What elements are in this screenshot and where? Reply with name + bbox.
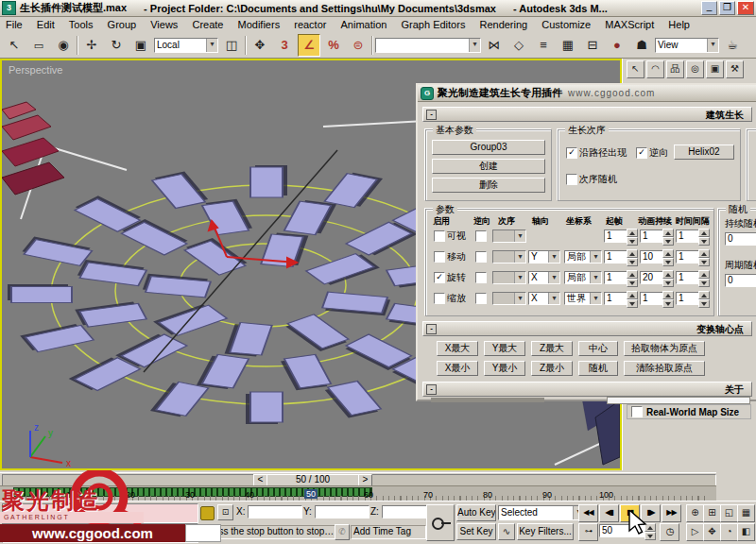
rotate-reverse-checkbox[interactable] <box>475 272 487 283</box>
move-start-spinner[interactable] <box>627 249 636 266</box>
scale-enable-checkbox[interactable] <box>434 293 445 304</box>
y-coord-field[interactable] <box>315 505 369 518</box>
move-coord-dropdown[interactable]: 局部 <box>564 250 602 264</box>
menu-create[interactable]: Create <box>186 17 229 32</box>
menu-group[interactable]: Group <box>102 17 143 32</box>
select-and-scale-icon[interactable]: ▣ <box>129 34 152 57</box>
rollout-pivot-header[interactable]: - 变换轴心点 <box>422 321 752 336</box>
select-and-move-icon[interactable]: ✢ <box>80 34 103 57</box>
scale-interval-field[interactable]: 1 <box>676 292 700 305</box>
rotate-order-dropdown[interactable] <box>492 271 526 284</box>
pivot-ymin-button[interactable]: Y最小 <box>484 361 525 376</box>
minimize-button[interactable]: _ <box>701 1 717 15</box>
scale-reverse-checkbox[interactable] <box>475 293 487 304</box>
visible-order-dropdown[interactable] <box>492 230 526 243</box>
menu-tools[interactable]: Tools <box>63 17 99 32</box>
zoom-extents-all-icon[interactable]: ▦ <box>737 504 755 522</box>
scale-start-field[interactable]: 1 <box>604 292 628 305</box>
period-random-field[interactable]: 0 <box>725 274 756 287</box>
viewport-label[interactable]: Perspective <box>9 64 62 76</box>
use-pivot-center-icon[interactable]: ◫ <box>220 34 243 57</box>
selection-set-dropdown[interactable]: Selected <box>498 505 585 520</box>
scale-axis-dropdown[interactable]: X <box>528 292 560 305</box>
pivot-clear-origin-button[interactable]: 清除拾取原点 <box>624 361 705 376</box>
move-axis-dropdown[interactable]: Y <box>528 250 560 264</box>
menu-maxscript[interactable]: MAXScript <box>599 17 660 32</box>
tab-utilities-icon[interactable]: ⚒ <box>726 60 744 78</box>
scale-order-dropdown[interactable] <box>492 292 526 305</box>
menu-views[interactable]: Views <box>145 17 183 32</box>
go-to-start-button[interactable]: ◀◀ <box>578 504 598 522</box>
pivot-zmax-button[interactable]: Z最大 <box>531 341 573 356</box>
tab-create-icon[interactable]: ↖ <box>627 60 644 78</box>
schematic-view-icon[interactable]: ⊟ <box>581 34 604 57</box>
rotate-interval-field[interactable]: 1 <box>676 271 700 284</box>
pivot-random-button[interactable]: 随机 <box>578 361 618 376</box>
material-editor-icon[interactable]: ● <box>606 34 628 57</box>
rollout-collapse-icon[interactable]: - <box>426 110 437 120</box>
z-coord-field[interactable] <box>382 505 429 518</box>
visible-duration-field[interactable]: 1 <box>640 230 664 243</box>
mirror-icon[interactable]: ⋈ <box>483 34 506 57</box>
visible-interval-spinner[interactable] <box>698 229 708 246</box>
real-world-map-size-checkbox[interactable] <box>631 406 643 417</box>
pivot-xmin-button[interactable]: X最小 <box>437 361 478 376</box>
render-setup-icon[interactable]: ☗ <box>630 34 653 57</box>
visible-duration-spinner[interactable] <box>662 229 672 246</box>
go-to-end-button[interactable]: ▶▶ <box>662 504 681 522</box>
rotate-interval-spinner[interactable] <box>698 270 708 287</box>
delete-button[interactable]: 删除 <box>432 178 545 193</box>
move-enable-checkbox[interactable] <box>434 251 445 263</box>
rotate-duration-spinner[interactable] <box>662 270 672 287</box>
rectangular-selection-region-icon[interactable]: ▭ <box>27 34 50 57</box>
pivot-xmax-button[interactable]: X最大 <box>437 341 478 356</box>
move-interval-field[interactable]: 1 <box>676 250 700 264</box>
menu-modifiers[interactable]: Modifiers <box>232 17 286 32</box>
auto-key-button[interactable]: Auto Key <box>456 504 496 521</box>
visible-reverse-checkbox[interactable] <box>475 230 487 242</box>
maxscript-mini-listener-white[interactable] <box>2 523 198 543</box>
random-order-checkbox[interactable] <box>566 174 577 185</box>
curve-editor-icon[interactable]: ▦ <box>557 34 579 57</box>
min-max-toggle-icon[interactable]: ◧ <box>737 523 755 541</box>
pivot-center-button[interactable]: 中心 <box>578 341 618 356</box>
rollout-pivot-collapse-icon[interactable]: - <box>426 324 437 334</box>
rollout-about-collapse-icon[interactable]: - <box>426 384 437 395</box>
menu-file[interactable]: File <box>0 17 28 32</box>
move-interval-spinner[interactable] <box>698 249 708 266</box>
quick-render-teapot-icon[interactable]: ☕ <box>721 34 744 57</box>
align-icon[interactable]: ◇ <box>507 34 530 57</box>
key-mode-toggle-icon[interactable]: ⊶ <box>578 523 598 541</box>
communicator-icon[interactable]: ✆ <box>335 524 350 540</box>
move-order-dropdown[interactable] <box>492 250 526 264</box>
menu-animation[interactable]: Animation <box>335 17 393 32</box>
maximize-button[interactable]: ❐ <box>719 1 735 15</box>
rotate-axis-dropdown[interactable]: X <box>528 271 560 284</box>
menu-customize[interactable]: Customize <box>536 17 596 32</box>
visible-start-field[interactable]: 1 <box>604 230 628 243</box>
pivot-zmin-button[interactable]: Z最小 <box>531 361 573 376</box>
add-time-tag[interactable]: Add Time Tag <box>351 525 426 539</box>
select-and-rotate-icon[interactable]: ↻ <box>105 34 128 57</box>
zoom-extents-icon[interactable]: ◱ <box>720 504 738 522</box>
previous-frame-button[interactable]: ◀▮ <box>599 504 619 522</box>
rollout-build-header[interactable]: - 建筑生长 <box>422 107 752 122</box>
render-view-dropdown[interactable]: View <box>655 38 719 53</box>
rotate-enable-checkbox[interactable] <box>434 272 445 283</box>
maxscript-mini-listener-pink[interactable] <box>2 503 198 523</box>
scale-duration-field[interactable]: 1 <box>640 292 664 305</box>
field-of-view-icon[interactable]: ▷ <box>686 523 704 541</box>
tab-motion-icon[interactable]: ◎ <box>686 60 704 78</box>
select-object-icon[interactable]: ↖ <box>3 34 26 57</box>
pan-view-icon[interactable]: ✥ <box>703 523 721 541</box>
reverse-checkbox[interactable] <box>636 147 647 159</box>
rotate-coord-dropdown[interactable]: 局部 <box>564 271 602 284</box>
selection-lock-icon[interactable] <box>200 506 215 520</box>
zoom-icon[interactable]: ⊕ <box>686 504 704 522</box>
visible-enable-checkbox[interactable] <box>434 230 445 242</box>
percent-snap-toggle-icon[interactable]: % <box>322 34 345 57</box>
default-tangent-icon[interactable]: ∿ <box>498 523 515 540</box>
zoom-all-icon[interactable]: ⊞ <box>703 504 721 522</box>
menu-help[interactable]: Help <box>662 17 696 32</box>
angle-snap-toggle-icon[interactable]: ∠ <box>298 34 320 57</box>
